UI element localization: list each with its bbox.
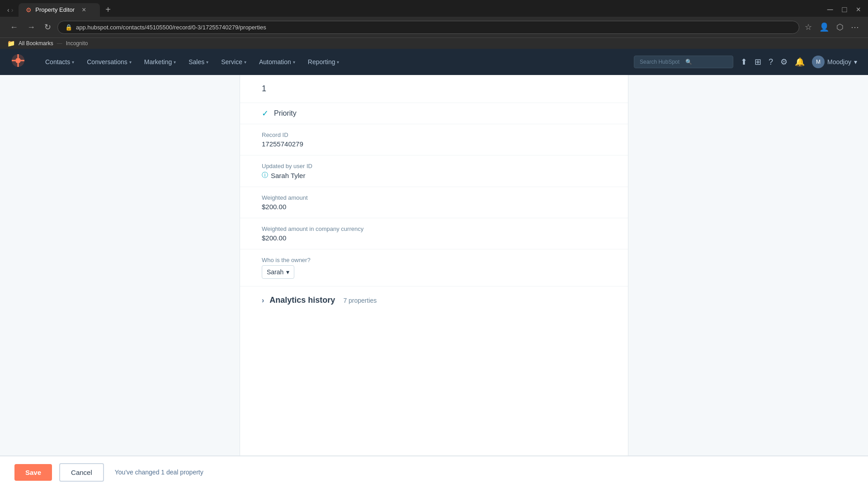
weighted-company-label: Weighted amount in company currency — [262, 225, 606, 232]
search-box[interactable]: Search HubSpot 🔍 — [634, 56, 733, 68]
nav-conversations[interactable]: Conversations ▾ — [81, 55, 137, 69]
user-profile[interactable]: M Moodjoy ▾ — [812, 56, 857, 68]
profile-btn[interactable]: 👤 — [817, 20, 831, 34]
url-text: app.hubspot.com/contacts/45105500/record… — [76, 24, 266, 31]
search-icon: 🔍 — [685, 59, 727, 65]
tab-close-btn[interactable]: × — [82, 6, 86, 14]
window-close-btn[interactable]: × — [852, 3, 864, 16]
record-id-label: Record ID — [262, 131, 606, 138]
number-property: 1 — [240, 75, 628, 103]
updated-by-group: Updated by user ID ⓘ Sarah Tyler — [240, 155, 628, 187]
back-button[interactable]: ← — [7, 21, 21, 34]
weighted-amount-label: Weighted amount — [262, 194, 606, 201]
nav-service[interactable]: Service ▾ — [216, 55, 252, 69]
marketing-chevron-icon: ▾ — [174, 60, 176, 65]
upgrade-icon[interactable]: ⬆ — [741, 57, 747, 67]
contacts-chevron-icon: ▾ — [72, 60, 74, 65]
analytics-expand-icon: › — [262, 296, 264, 305]
bookmarks-folder-icon: 📁 — [7, 40, 15, 47]
conversations-chevron-icon: ▾ — [129, 60, 132, 65]
owner-dropdown-arrow-icon: ▾ — [286, 268, 289, 276]
nav-automation[interactable]: Automation ▾ — [254, 55, 301, 69]
updated-by-value: ⓘ Sarah Tyler — [262, 171, 606, 179]
content-panel: 1 ✓ Priority Record ID 17255740279 Updat… — [240, 75, 628, 483]
nav-contacts[interactable]: Contacts ▾ — [40, 55, 80, 69]
priority-row: ✓ Priority — [240, 103, 628, 124]
nav-marketing[interactable]: Marketing ▾ — [139, 55, 181, 69]
bottom-bar: Save Cancel You've changed 1 deal proper… — [0, 455, 868, 488]
tab-back-btn[interactable]: ‹ — [7, 6, 9, 14]
extensions-btn[interactable]: ⬡ — [835, 20, 845, 34]
weighted-company-value: $200.00 — [262, 234, 606, 242]
all-bookmarks[interactable]: All Bookmarks — [19, 40, 53, 47]
tab-favicon: ⚙ — [26, 6, 32, 14]
record-id-group: Record ID 17255740279 — [240, 124, 628, 155]
svg-point-1 — [15, 58, 21, 63]
forward-button[interactable]: → — [24, 21, 38, 34]
save-button[interactable]: Save — [14, 464, 52, 481]
refresh-button[interactable]: ↻ — [42, 20, 54, 34]
priority-check-icon: ✓ — [262, 108, 269, 118]
new-tab-btn[interactable]: + — [102, 3, 114, 17]
automation-chevron-icon: ▾ — [293, 60, 295, 65]
user-chevron-icon: ▾ — [854, 58, 857, 66]
reporting-chevron-icon: ▾ — [337, 60, 339, 65]
service-chevron-icon: ▾ — [244, 60, 246, 65]
more-btn[interactable]: ⋯ — [849, 20, 861, 34]
incognito-text: Incognito — [66, 40, 88, 47]
nav-items: Contacts ▾ Conversations ▾ Marketing ▾ S… — [40, 55, 634, 69]
owner-group: Who is the owner? Sarah ▾ — [240, 249, 628, 286]
cancel-button[interactable]: Cancel — [59, 463, 104, 482]
weighted-amount-group: Weighted amount $200.00 — [240, 187, 628, 218]
avatar: M — [812, 56, 825, 68]
tab-title: Property Editor — [35, 6, 75, 13]
sales-chevron-icon: ▾ — [206, 60, 208, 65]
address-bar[interactable]: 🔒 app.hubspot.com/contacts/45105500/reco… — [57, 21, 799, 34]
main-content: 1 ✓ Priority Record ID 17255740279 Updat… — [0, 75, 868, 483]
priority-label: Priority — [274, 109, 297, 117]
owner-label: Who is the owner? — [262, 257, 606, 263]
weighted-company-group: Weighted amount in company currency $200… — [240, 218, 628, 249]
active-tab[interactable]: ⚙ Property Editor × — [19, 3, 100, 17]
analytics-title: Analytics history — [269, 296, 335, 305]
incognito-label: — — [57, 40, 62, 47]
bottom-spacer — [240, 314, 628, 350]
bookmark-btn[interactable]: ☆ — [803, 20, 814, 34]
nav-reporting[interactable]: Reporting ▾ — [302, 55, 345, 69]
help-icon[interactable]: ? — [769, 57, 773, 67]
analytics-section[interactable]: › Analytics history 7 properties — [240, 286, 628, 314]
window-maximize-btn[interactable]: □ — [839, 3, 851, 16]
record-id-value: 17255740279 — [262, 140, 606, 148]
settings-icon[interactable]: ⚙ — [780, 57, 788, 67]
change-message: You've changed 1 deal property — [115, 469, 203, 476]
weighted-amount-value: $200.00 — [262, 203, 606, 211]
updated-by-label: Updated by user ID — [262, 163, 606, 169]
tab-forward-btn[interactable]: › — [11, 6, 14, 14]
lock-icon: 🔒 — [65, 24, 72, 31]
window-minimize-btn[interactable]: ─ — [824, 3, 837, 16]
notifications-icon[interactable]: 🔔 — [795, 57, 805, 67]
analytics-count: 7 properties — [343, 297, 377, 304]
hubspot-logo — [11, 53, 25, 71]
owner-value: Sarah — [267, 268, 283, 276]
apps-icon[interactable]: ⊞ — [755, 57, 761, 67]
owner-dropdown[interactable]: Sarah ▾ — [262, 265, 294, 279]
number-value: 1 — [262, 84, 606, 94]
info-icon: ⓘ — [262, 171, 268, 179]
nav-sales[interactable]: Sales ▾ — [183, 55, 214, 69]
search-placeholder: Search HubSpot — [640, 59, 682, 65]
